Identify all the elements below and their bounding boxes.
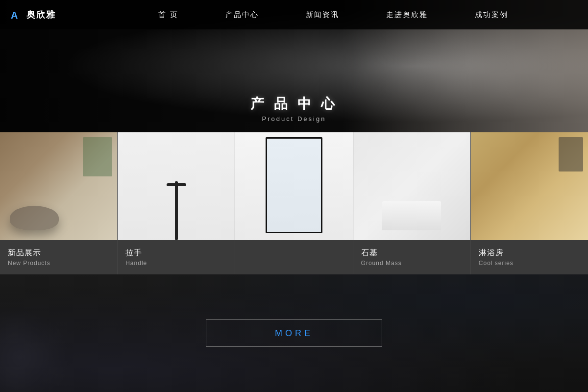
- nav-home[interactable]: 首 页: [154, 8, 182, 22]
- product-info-handle: 拉手 Handle: [118, 240, 235, 274]
- product-en-ground-mass: Ground Mass: [361, 260, 463, 267]
- product-info-cool-series: 淋浴房 Cool series: [471, 240, 588, 274]
- nav-about[interactable]: 走进奥欣雅: [382, 8, 432, 22]
- product-image-shower-door: [235, 132, 352, 240]
- product-image-ground-mass: [353, 132, 470, 240]
- main-nav: 首 页 产品中心 新闻资讯 走进奥欣雅 成功案例: [88, 8, 578, 22]
- product-card-shower-door[interactable]: [235, 132, 353, 274]
- header: A 奥欣雅 首 页 产品中心 新闻资讯 走进奥欣雅 成功案例: [0, 0, 588, 29]
- product-image-handle: [118, 132, 235, 240]
- nav-cases[interactable]: 成功案例: [471, 8, 512, 22]
- product-cn-ground-mass: 石基: [361, 248, 463, 258]
- product-section: 新品展示 New Products 拉手 Handle 石基 Ground Ma…: [0, 132, 588, 274]
- more-section: MORE: [0, 274, 588, 392]
- product-en-new-products: New Products: [8, 260, 109, 267]
- product-card-handle[interactable]: 拉手 Handle: [118, 132, 235, 274]
- hero-center-text: 产 品 中 心 Product Design: [250, 95, 337, 122]
- product-image-new-products: [0, 132, 117, 240]
- more-button[interactable]: MORE: [206, 319, 382, 347]
- product-card-ground-mass[interactable]: 石基 Ground Mass: [353, 132, 471, 274]
- logo[interactable]: A 奥欣雅: [10, 8, 88, 22]
- product-cn-cool-series: 淋浴房: [479, 248, 580, 258]
- product-cn-new-products: 新品展示: [8, 248, 109, 258]
- hero-title-cn: 产 品 中 心: [250, 95, 337, 113]
- svg-text:A: A: [11, 10, 18, 21]
- product-card-cool-series[interactable]: 淋浴房 Cool series: [471, 132, 588, 274]
- logo-icon: A: [10, 8, 24, 22]
- bg-decoration: [0, 309, 69, 392]
- product-en-cool-series: Cool series: [479, 260, 580, 267]
- product-en-handle: Handle: [125, 260, 227, 267]
- product-cn-handle: 拉手: [125, 248, 227, 258]
- hero-title-en: Product Design: [250, 115, 337, 122]
- product-card-new-products[interactable]: 新品展示 New Products: [0, 132, 118, 274]
- product-info-new-products: 新品展示 New Products: [0, 240, 117, 274]
- product-info-shower-door: [235, 240, 352, 274]
- product-image-cool-series: [471, 132, 588, 240]
- nav-news[interactable]: 新闻资讯: [302, 8, 343, 22]
- product-info-ground-mass: 石基 Ground Mass: [353, 240, 470, 274]
- nav-products[interactable]: 产品中心: [221, 8, 263, 22]
- logo-text: 奥欣雅: [26, 9, 56, 21]
